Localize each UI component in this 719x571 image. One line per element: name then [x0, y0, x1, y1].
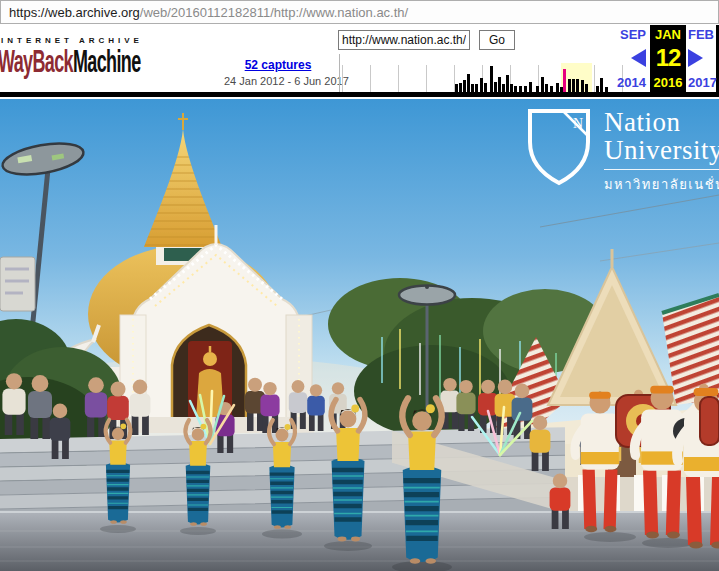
- nav-year-current: 2016: [650, 72, 686, 92]
- nav-month-next[interactable]: FEB: [686, 25, 716, 44]
- logo-line2: University: [604, 136, 719, 164]
- nav-prev-cell: [603, 44, 650, 72]
- wayback-machine-logo[interactable]: INTERNET ARCHIVE WayBackMachine: [0, 36, 228, 75]
- capture-date-range: 24 Jan 2012 - 6 Jun 2017: [224, 75, 332, 87]
- next-capture-arrow-icon[interactable]: [688, 49, 703, 67]
- screen: https://web.archive.org/web/201601121828…: [0, 0, 719, 571]
- nav-month-current: JAN: [650, 25, 686, 44]
- nation-university-logo: N Nation University มหาวิทยาลัยเนชั่น: [527, 108, 719, 195]
- nav-year-next[interactable]: 2017: [686, 72, 716, 92]
- wayback-wordmark: WayBackMachine: [0, 45, 141, 77]
- nation-shield-icon: N: [527, 108, 591, 186]
- nation-logo-text: Nation University มหาวิทยาลัยเนชั่น: [604, 108, 719, 195]
- prev-capture-arrow-icon[interactable]: [631, 49, 646, 67]
- nav-month-prev[interactable]: SEP: [603, 25, 650, 44]
- shield-monogram: N: [573, 116, 583, 131]
- browser-address-bar[interactable]: https://web.archive.org/web/201601121828…: [0, 0, 719, 24]
- logo-thai: มหาวิทยาลัยเนชั่น: [604, 169, 719, 195]
- url-path: /web/20160112182811/http://www.nation.ac…: [140, 5, 408, 20]
- wayback-toolbar: INTERNET ARCHIVE WayBackMachine 52 captu…: [0, 25, 719, 92]
- logo-line1: Nation: [604, 108, 719, 136]
- captures-link[interactable]: 52 captures: [224, 58, 332, 72]
- nav-year-prev[interactable]: 2014: [603, 72, 650, 92]
- nav-day-current[interactable]: 12: [650, 44, 686, 72]
- nav-next-cell: [686, 44, 716, 72]
- capture-nav-panel: SEP JAN FEB 12 2014 2016 2017: [603, 25, 716, 92]
- url-host: https://web.archive.org: [9, 5, 140, 20]
- captures-summary: 52 captures 24 Jan 2012 - 6 Jun 2017: [224, 58, 332, 87]
- toolbar-bottom-bar: [0, 92, 719, 97]
- archived-page-content: N Nation University มหาวิทยาลัยเนชั่น: [0, 99, 719, 571]
